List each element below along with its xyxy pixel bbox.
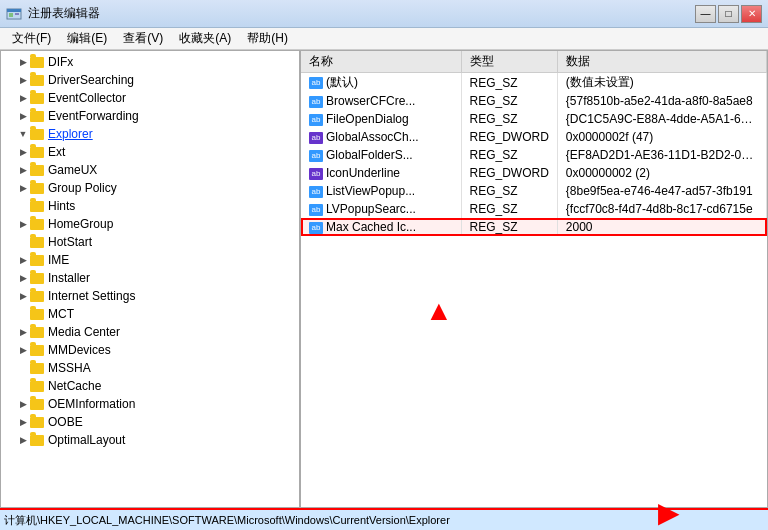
tree-item-explorer[interactable]: ▼ Explorer bbox=[1, 125, 299, 143]
table-row[interactable]: abIconUnderline REG_DWORD 0x00000002 (2) bbox=[301, 164, 767, 182]
svg-rect-3 bbox=[15, 13, 19, 15]
tree-label: GameUX bbox=[48, 163, 97, 177]
registry-values: 名称 类型 数据 ab(默认) REG_SZ (数值未设置) bbox=[301, 51, 767, 507]
menu-help[interactable]: 帮助(H) bbox=[239, 28, 296, 49]
folder-icon bbox=[29, 91, 45, 105]
tree-label: NetCache bbox=[48, 379, 101, 393]
folder-icon bbox=[29, 217, 45, 231]
tree-label: HomeGroup bbox=[48, 217, 113, 231]
minimize-button[interactable]: — bbox=[695, 5, 716, 23]
expand-icon: ▶ bbox=[17, 434, 29, 446]
folder-icon bbox=[29, 127, 45, 141]
app-icon bbox=[6, 6, 22, 22]
tree-item-netcache[interactable]: NetCache bbox=[1, 377, 299, 395]
tree-label: OptimalLayout bbox=[48, 433, 125, 447]
folder-icon bbox=[29, 271, 45, 285]
close-button[interactable]: ✕ bbox=[741, 5, 762, 23]
reg-data: {8be9f5ea-e746-4e47-ad57-3fb191 bbox=[557, 182, 766, 200]
reg-type-icon: ab bbox=[309, 222, 323, 234]
reg-data: {57f8510b-a5e2-41da-a8f0-8a5ae8 bbox=[557, 92, 766, 110]
folder-icon bbox=[29, 325, 45, 339]
table-row[interactable]: ab(默认) REG_SZ (数值未设置) bbox=[301, 73, 767, 93]
expand-icon: ▶ bbox=[17, 74, 29, 86]
reg-type: REG_SZ bbox=[461, 110, 557, 128]
tree-item-optimallayout[interactable]: ▶ OptimalLayout bbox=[1, 431, 299, 449]
folder-icon bbox=[29, 397, 45, 411]
tree-label: MSSHA bbox=[48, 361, 91, 375]
tree-item-gameux[interactable]: ▶ GameUX bbox=[1, 161, 299, 179]
reg-data: 0x00000002 (2) bbox=[557, 164, 766, 182]
menu-favorites[interactable]: 收藏夹(A) bbox=[171, 28, 239, 49]
tree-label: Installer bbox=[48, 271, 90, 285]
reg-name: abGlobalAssocCh... bbox=[301, 128, 461, 146]
tree-item-ext[interactable]: ▶ Ext bbox=[1, 143, 299, 161]
menu-view[interactable]: 查看(V) bbox=[115, 28, 171, 49]
tree-item-internet-settings[interactable]: ▶ Internet Settings bbox=[1, 287, 299, 305]
expand-icon: ▶ bbox=[17, 254, 29, 266]
tree-item-group-policy[interactable]: ▶ Group Policy bbox=[1, 179, 299, 197]
tree-label: EventForwarding bbox=[48, 109, 139, 123]
expand-icon: ▶ bbox=[17, 146, 29, 158]
tree-label: MMDevices bbox=[48, 343, 111, 357]
tree-item-oobe[interactable]: ▶ OOBE bbox=[1, 413, 299, 431]
svg-rect-1 bbox=[7, 9, 21, 12]
reg-name: abBrowserCFCre... bbox=[301, 92, 461, 110]
menu-edit[interactable]: 编辑(E) bbox=[59, 28, 115, 49]
title-buttons: — □ ✕ bbox=[695, 5, 762, 23]
reg-type: REG_SZ bbox=[461, 182, 557, 200]
folder-icon bbox=[29, 73, 45, 87]
reg-type-icon: ab bbox=[309, 77, 323, 89]
table-row[interactable]: abFileOpenDialog REG_SZ {DC1C5A9C-E88A-4… bbox=[301, 110, 767, 128]
reg-type: REG_SZ bbox=[461, 200, 557, 218]
tree-label: OOBE bbox=[48, 415, 83, 429]
table-row-highlighted[interactable]: abMax Cached Ic... REG_SZ 2000 bbox=[301, 218, 767, 236]
reg-name: ab(默认) bbox=[301, 73, 461, 93]
tree-item-hotstart[interactable]: HotStart bbox=[1, 233, 299, 251]
table-row[interactable]: abGlobalFolderS... REG_SZ {EF8AD2D1-AE36… bbox=[301, 146, 767, 164]
tree-item-ime[interactable]: ▶ IME bbox=[1, 251, 299, 269]
col-data: 数据 bbox=[557, 51, 766, 73]
tree-item-media-center[interactable]: ▶ Media Center bbox=[1, 323, 299, 341]
expand-icon bbox=[17, 200, 29, 212]
folder-icon bbox=[29, 145, 45, 159]
tree-label: Group Policy bbox=[48, 181, 117, 195]
tree-item-eventforwarding[interactable]: ▶ EventForwarding bbox=[1, 107, 299, 125]
tree-label: DIFx bbox=[48, 55, 73, 69]
tree-item-driversearching[interactable]: ▶ DriverSearching bbox=[1, 71, 299, 89]
expand-icon: ▶ bbox=[17, 182, 29, 194]
maximize-button[interactable]: □ bbox=[718, 5, 739, 23]
tree-item-difx[interactable]: ▶ DIFx bbox=[1, 53, 299, 71]
table-row[interactable]: abLVPopupSearc... REG_SZ {fccf70c8-f4d7-… bbox=[301, 200, 767, 218]
table-row[interactable]: abBrowserCFCre... REG_SZ {57f8510b-a5e2-… bbox=[301, 92, 767, 110]
reg-type: REG_SZ bbox=[461, 146, 557, 164]
folder-icon bbox=[29, 181, 45, 195]
tree-item-mssha[interactable]: MSSHA bbox=[1, 359, 299, 377]
tree-item-mmdevices[interactable]: ▶ MMDevices bbox=[1, 341, 299, 359]
folder-icon bbox=[29, 253, 45, 267]
tree-label: OEMInformation bbox=[48, 397, 135, 411]
folder-icon bbox=[29, 307, 45, 321]
tree-item-homegroup[interactable]: ▶ HomeGroup bbox=[1, 215, 299, 233]
table-row[interactable]: abListViewPopup... REG_SZ {8be9f5ea-e746… bbox=[301, 182, 767, 200]
table-row[interactable]: abGlobalAssocCh... REG_DWORD 0x0000002f … bbox=[301, 128, 767, 146]
tree-label: IME bbox=[48, 253, 69, 267]
col-name: 名称 bbox=[301, 51, 461, 73]
expand-icon: ▶ bbox=[17, 398, 29, 410]
reg-name: abMax Cached Ic... bbox=[301, 218, 461, 236]
tree-item-eventcollector[interactable]: ▶ EventCollector bbox=[1, 89, 299, 107]
registry-table: 名称 类型 数据 ab(默认) REG_SZ (数值未设置) bbox=[301, 51, 767, 236]
folder-icon bbox=[29, 235, 45, 249]
tree-label: EventCollector bbox=[48, 91, 126, 105]
tree-item-oeminformation[interactable]: ▶ OEMInformation bbox=[1, 395, 299, 413]
tree-item-hints[interactable]: Hints bbox=[1, 197, 299, 215]
tree-item-mct[interactable]: MCT bbox=[1, 305, 299, 323]
tree-item-installer[interactable]: ▶ Installer bbox=[1, 269, 299, 287]
folder-icon bbox=[29, 433, 45, 447]
reg-type: REG_DWORD bbox=[461, 164, 557, 182]
folder-icon bbox=[29, 361, 45, 375]
expand-icon: ▶ bbox=[17, 164, 29, 176]
reg-data: 0x0000002f (47) bbox=[557, 128, 766, 146]
reg-type: REG_SZ bbox=[461, 73, 557, 93]
reg-data: {EF8AD2D1-AE36-11D1-B2D2-0060 bbox=[557, 146, 766, 164]
menu-file[interactable]: 文件(F) bbox=[4, 28, 59, 49]
